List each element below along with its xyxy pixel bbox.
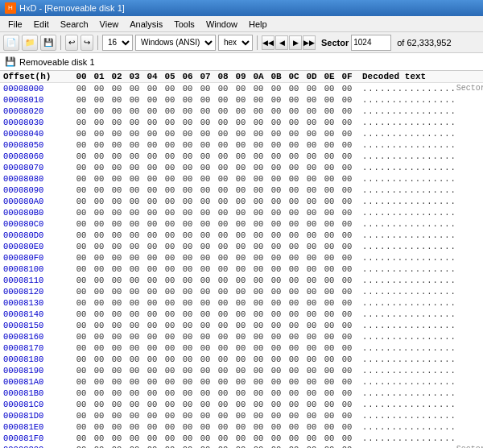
table-row[interactable]: 0000802000000000000000000000000000000000… [0,106,483,117]
byte-cell[interactable]: 00 [267,320,285,331]
byte-cell[interactable]: 00 [126,433,143,444]
byte-cell[interactable]: 00 [179,94,196,106]
byte-cell[interactable]: 00 [338,421,356,433]
byte-cell[interactable]: 00 [126,399,143,410]
byte-cell[interactable]: 00 [161,162,179,173]
byte-cell[interactable]: 00 [303,320,320,331]
byte-cell[interactable]: 00 [143,286,161,297]
table-row[interactable]: 000081D000000000000000000000000000000000… [0,410,483,421]
byte-cell[interactable]: 00 [250,365,267,376]
byte-cell[interactable]: 00 [179,151,196,162]
byte-cell[interactable]: 00 [267,376,285,388]
sector-input[interactable] [351,35,391,51]
byte-cell[interactable]: 00 [285,286,303,297]
byte-cell[interactable]: 00 [338,128,356,139]
byte-cell[interactable]: 00 [267,410,285,421]
byte-cell[interactable]: 00 [72,365,90,376]
byte-cell[interactable]: 00 [108,162,126,173]
byte-cell[interactable]: 00 [126,263,143,275]
byte-cell[interactable]: 00 [338,399,356,410]
byte-cell[interactable]: 00 [338,117,356,128]
byte-cell[interactable]: 00 [338,309,356,320]
byte-cell[interactable]: 00 [126,275,143,286]
datatype-select[interactable]: hex [218,35,253,51]
byte-cell[interactable]: 00 [250,433,267,444]
byte-cell[interactable]: 00 [90,376,108,388]
byte-cell[interactable]: 00 [285,218,303,230]
byte-cell[interactable]: 00 [143,309,161,320]
byte-cell[interactable]: 00 [196,320,214,331]
byte-cell[interactable]: 00 [303,354,320,365]
byte-cell[interactable]: 00 [250,241,267,252]
byte-cell[interactable]: 00 [90,117,108,128]
byte-cell[interactable]: 00 [72,320,90,331]
byte-cell[interactable]: 00 [303,309,320,320]
byte-cell[interactable]: 00 [232,94,250,106]
byte-cell[interactable]: 00 [232,297,250,309]
byte-cell[interactable]: 00 [143,354,161,365]
byte-cell[interactable]: 00 [267,218,285,230]
byte-cell[interactable]: 00 [267,275,285,286]
byte-cell[interactable]: 00 [338,151,356,162]
byte-cell[interactable]: 00 [196,252,214,263]
byte-cell[interactable]: 00 [161,421,179,433]
byte-cell[interactable]: 00 [126,297,143,309]
byte-cell[interactable]: 00 [320,218,338,230]
byte-cell[interactable]: 00 [250,410,267,421]
table-row[interactable]: 000081B000000000000000000000000000000000… [0,388,483,399]
menu-item-view[interactable]: View [95,19,124,30]
byte-cell[interactable]: 00 [179,117,196,128]
byte-cell[interactable]: 00 [338,320,356,331]
byte-cell[interactable]: 00 [126,151,143,162]
byte-cell[interactable]: 00 [179,297,196,309]
table-row[interactable]: 000080A000000000000000000000000000000000… [0,196,483,207]
byte-cell[interactable]: 00 [285,106,303,117]
byte-cell[interactable]: 00 [303,173,320,185]
byte-cell[interactable]: 00 [161,444,179,448]
byte-cell[interactable]: 00 [72,241,90,252]
byte-cell[interactable]: 00 [285,275,303,286]
byte-cell[interactable]: 00 [72,342,90,354]
byte-cell[interactable]: 00 [214,185,232,196]
byte-cell[interactable]: 00 [196,106,214,117]
byte-cell[interactable]: 00 [161,286,179,297]
byte-cell[interactable]: 00 [72,286,90,297]
byte-cell[interactable]: 00 [250,297,267,309]
byte-cell[interactable]: 00 [90,230,108,241]
nav-prev-button[interactable]: ◀ [275,35,288,50]
byte-cell[interactable]: 00 [285,320,303,331]
byte-cell[interactable]: 00 [108,252,126,263]
byte-cell[interactable]: 00 [196,376,214,388]
byte-cell[interactable]: 00 [179,162,196,173]
byte-cell[interactable]: 00 [303,421,320,433]
byte-cell[interactable]: 00 [285,421,303,433]
byte-cell[interactable]: 00 [196,83,214,94]
byte-cell[interactable]: 00 [126,444,143,448]
byte-cell[interactable]: 00 [179,173,196,185]
byte-cell[interactable]: 00 [232,275,250,286]
byte-cell[interactable]: 00 [90,286,108,297]
byte-cell[interactable]: 00 [250,128,267,139]
byte-cell[interactable]: 00 [232,421,250,433]
byte-cell[interactable]: 00 [72,309,90,320]
byte-cell[interactable]: 00 [285,207,303,218]
byte-cell[interactable]: 00 [214,410,232,421]
byte-cell[interactable]: 00 [196,162,214,173]
byte-cell[interactable]: 00 [196,139,214,151]
byte-cell[interactable]: 00 [303,151,320,162]
byte-cell[interactable]: 00 [196,218,214,230]
byte-cell[interactable]: 00 [90,83,108,94]
byte-cell[interactable]: 00 [285,196,303,207]
menu-item-window[interactable]: Window [201,19,242,30]
byte-cell[interactable]: 00 [267,139,285,151]
byte-cell[interactable]: 00 [232,151,250,162]
byte-cell[interactable]: 00 [196,275,214,286]
byte-cell[interactable]: 00 [303,230,320,241]
byte-cell[interactable]: 00 [126,185,143,196]
byte-cell[interactable]: 00 [214,286,232,297]
byte-cell[interactable]: 00 [250,196,267,207]
byte-cell[interactable]: 00 [143,297,161,309]
byte-cell[interactable]: 00 [214,388,232,399]
nav-next-button[interactable]: ▶ [289,35,302,50]
byte-cell[interactable]: 00 [108,139,126,151]
